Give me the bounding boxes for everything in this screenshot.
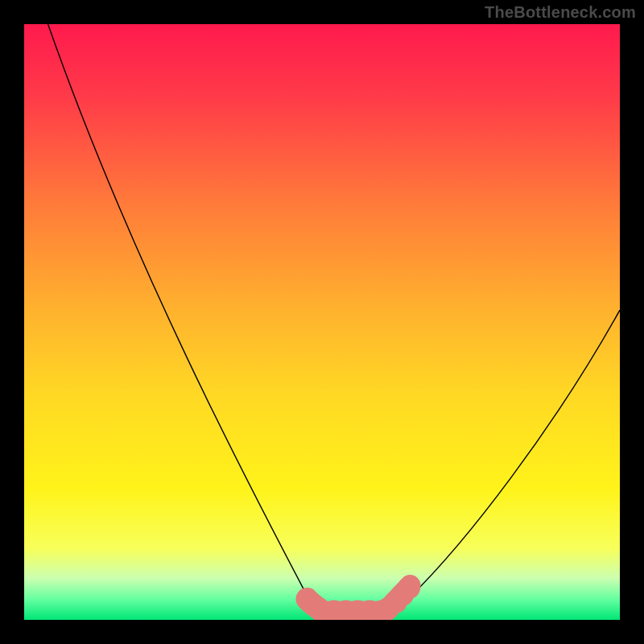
chart-frame: TheBottleneck.com: [0, 0, 644, 644]
gradient-background: [24, 24, 620, 620]
plot-area: [24, 24, 620, 620]
watermark-text: TheBottleneck.com: [485, 3, 636, 22]
chart-svg: [24, 24, 620, 620]
